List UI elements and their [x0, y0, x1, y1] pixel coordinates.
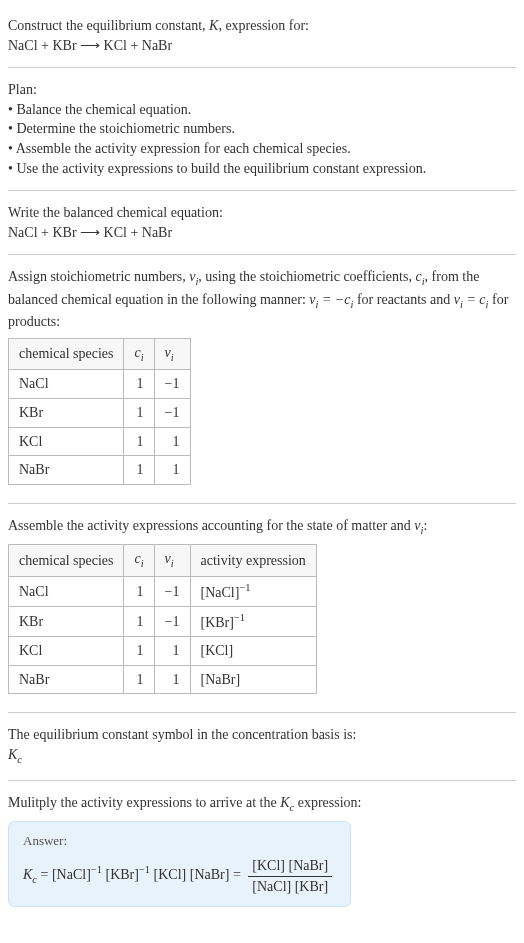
text: , using the stoichiometric coefficients,	[198, 269, 415, 284]
cell-species: NaBr	[9, 665, 124, 694]
table-header-row: chemical species ci νi	[9, 338, 191, 369]
cell-nu: 1	[154, 665, 190, 694]
cell-c: 1	[124, 427, 154, 456]
table-row: NaBr11	[9, 456, 191, 485]
col-ci: ci	[124, 545, 154, 576]
k-letter: K	[23, 867, 32, 882]
prompt-line1: Construct the equilibrium constant, K, e…	[8, 16, 516, 36]
plan-item: • Use the activity expressions to build …	[8, 159, 516, 179]
divider	[8, 190, 516, 191]
divider	[8, 503, 516, 504]
symbol-heading: The equilibrium constant symbol in the c…	[8, 725, 516, 745]
stoich-table: chemical species ci νi NaCl1−1 KBr1−1 KC…	[8, 338, 191, 485]
answer-label: Answer:	[23, 832, 336, 850]
prompt-equation: NaCl + KBr ⟶ KCl + NaBr	[8, 36, 516, 56]
divider	[8, 712, 516, 713]
cell-c: 1	[124, 606, 154, 636]
col-species: chemical species	[9, 338, 124, 369]
answer-box: Answer: Kc = [NaCl]−1 [KBr]−1 [KCl] [NaB…	[8, 821, 351, 907]
cell-expr: [KCl]	[190, 637, 316, 666]
multiply-heading: Mulitply the activity expressions to arr…	[8, 793, 516, 815]
k-symbol: K	[209, 18, 218, 33]
text: expression:	[294, 795, 361, 810]
balanced-equation: NaCl + KBr ⟶ KCl + NaBr	[8, 223, 516, 243]
plan-item-text: Use the activity expressions to build th…	[16, 161, 426, 176]
table-row: NaBr11[NaBr]	[9, 665, 317, 694]
cell-c: 1	[124, 456, 154, 485]
equals: =	[37, 867, 52, 882]
balanced-section: Write the balanced chemical equation: Na…	[8, 195, 516, 250]
prompt-section: Construct the equilibrium constant, K, e…	[8, 8, 516, 63]
activity-table: chemical species ci νi activity expressi…	[8, 544, 317, 694]
nu-symbol: νi	[189, 269, 198, 284]
plan-item: • Assemble the activity expression for e…	[8, 139, 516, 159]
cell-expr: [KBr]−1	[190, 606, 316, 636]
k-letter: K	[8, 747, 17, 762]
cell-expr: [NaCl]−1	[190, 576, 316, 606]
activity-section: Assemble the activity expressions accoun…	[8, 508, 516, 709]
table-row: NaCl1−1	[9, 370, 191, 399]
divider	[8, 67, 516, 68]
multiply-section: Mulitply the activity expressions to arr…	[8, 785, 516, 916]
activity-heading: Assemble the activity expressions accoun…	[8, 516, 516, 538]
term: [NaBr]	[190, 867, 233, 882]
k-sub: c	[17, 754, 22, 765]
answer-expression: Kc = [NaCl]−1 [KBr]−1 [KCl] [NaBr] = [KC…	[23, 856, 336, 896]
term: [NaCl]−1	[52, 867, 106, 882]
stoich-section: Assign stoichiometric numbers, νi, using…	[8, 259, 516, 498]
cell-c: 1	[124, 398, 154, 427]
col-nui: νi	[154, 545, 190, 576]
text: for reactants and	[353, 292, 453, 307]
plan-item-text: Assemble the activity expression for eac…	[16, 141, 351, 156]
k-letter: K	[280, 795, 289, 810]
plan-item-text: Balance the chemical equation.	[16, 102, 191, 117]
table-header-row: chemical species ci νi activity expressi…	[9, 545, 317, 576]
term: [KBr]−1	[105, 867, 153, 882]
fraction: [KCl] [NaBr] [NaCl] [KBr]	[248, 856, 332, 896]
cell-c: 1	[124, 637, 154, 666]
symbol-section: The equilibrium constant symbol in the c…	[8, 717, 516, 775]
cell-nu: 1	[154, 637, 190, 666]
divider	[8, 780, 516, 781]
cell-species: NaBr	[9, 456, 124, 485]
fraction-numerator: [KCl] [NaBr]	[248, 856, 332, 877]
plan-item: • Balance the chemical equation.	[8, 100, 516, 120]
cell-nu: 1	[154, 456, 190, 485]
symbol-value: Kc	[8, 745, 516, 767]
table-row: KBr1−1	[9, 398, 191, 427]
cell-nu: −1	[154, 606, 190, 636]
cell-c: 1	[124, 576, 154, 606]
cell-c: 1	[124, 370, 154, 399]
term: [KCl]	[154, 867, 190, 882]
col-nui: νi	[154, 338, 190, 369]
cell-nu: −1	[154, 576, 190, 606]
table-row: KCl11[KCl]	[9, 637, 317, 666]
equals: =	[233, 867, 244, 882]
plan-item: • Determine the stoichiometric numbers.	[8, 119, 516, 139]
cell-species: KCl	[9, 427, 124, 456]
text: Assign stoichiometric numbers,	[8, 269, 189, 284]
col-ci: ci	[124, 338, 154, 369]
plan-section: Plan: • Balance the chemical equation. •…	[8, 72, 516, 186]
relation: νi = ci	[454, 292, 489, 307]
plan-heading: Plan:	[8, 80, 516, 100]
cell-nu: 1	[154, 427, 190, 456]
c-symbol: ci	[415, 269, 424, 284]
text: Mulitply the activity expressions to arr…	[8, 795, 280, 810]
cell-species: KBr	[9, 606, 124, 636]
cell-species: NaCl	[9, 576, 124, 606]
cell-species: KBr	[9, 398, 124, 427]
cell-nu: −1	[154, 398, 190, 427]
stoich-intro: Assign stoichiometric numbers, νi, using…	[8, 267, 516, 332]
cell-c: 1	[124, 665, 154, 694]
relation: νi = −ci	[309, 292, 353, 307]
table-row: KCl11	[9, 427, 191, 456]
cell-species: KCl	[9, 637, 124, 666]
cell-species: NaCl	[9, 370, 124, 399]
divider	[8, 254, 516, 255]
col-species: chemical species	[9, 545, 124, 576]
cell-nu: −1	[154, 370, 190, 399]
balanced-heading: Write the balanced chemical equation:	[8, 203, 516, 223]
col-activity: activity expression	[190, 545, 316, 576]
table-row: KBr1−1[KBr]−1	[9, 606, 317, 636]
